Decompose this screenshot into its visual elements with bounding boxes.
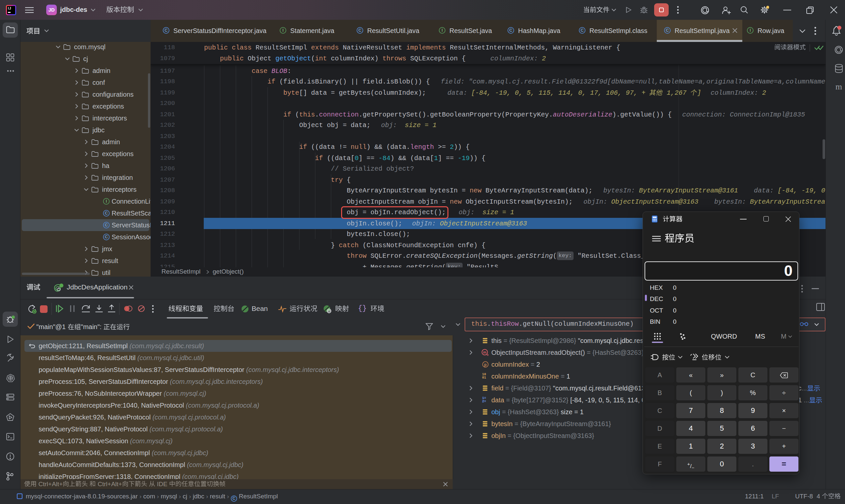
svg-text:p: p [484, 362, 487, 367]
svg-text:m: m [483, 350, 487, 354]
svg-text:oo: oo [487, 353, 489, 356]
